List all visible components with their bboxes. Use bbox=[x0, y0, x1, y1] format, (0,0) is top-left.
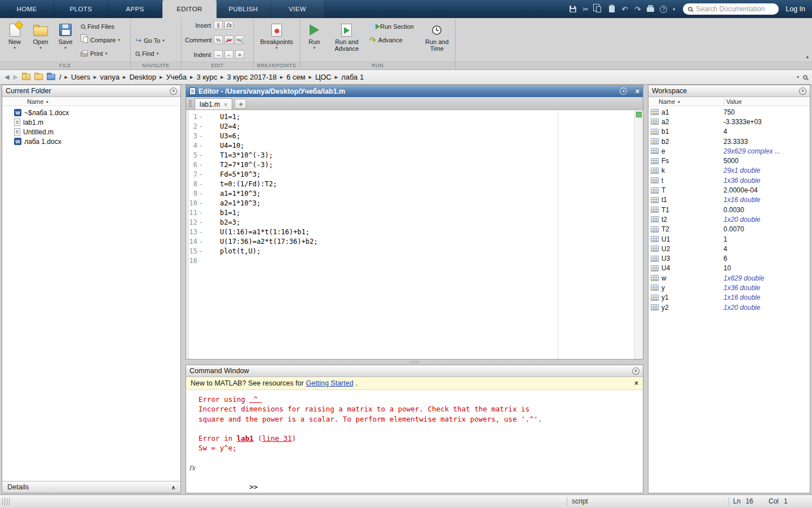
wrap-comment-icon[interactable]: %{ bbox=[235, 36, 244, 44]
getting-started-link[interactable]: Getting Started bbox=[306, 379, 354, 387]
breadcrumb-segment[interactable]: 6 сем bbox=[286, 73, 306, 81]
workspace-row[interactable]: w1x629 double bbox=[648, 273, 810, 283]
print-button[interactable]: Print ▾ bbox=[80, 49, 121, 58]
indent-right-icon[interactable]: → bbox=[214, 50, 223, 59]
workspace-row[interactable]: t11x16 double bbox=[648, 195, 810, 205]
code-line[interactable]: 7-Fd=5*10^3; bbox=[189, 170, 643, 179]
workspace-row[interactable]: T10.0030 bbox=[648, 205, 810, 214]
workspace-row[interactable]: a2-3.3333e+03 bbox=[648, 117, 810, 126]
help-icon[interactable]: ? bbox=[657, 4, 669, 15]
file-row[interactable]: Untitled.m bbox=[2, 127, 180, 137]
code-ok-indicator[interactable] bbox=[636, 112, 642, 117]
name-column-header[interactable]: Name bbox=[27, 98, 43, 105]
chevron-up-icon[interactable]: ∧ bbox=[171, 484, 175, 491]
workspace-row[interactable]: b14 bbox=[648, 127, 810, 137]
folder-search-icon[interactable] bbox=[803, 75, 807, 80]
run-section-button[interactable]: Run Section bbox=[368, 21, 417, 31]
uncomment-icon[interactable]: % bbox=[224, 36, 233, 44]
code-line[interactable]: 16 bbox=[189, 256, 643, 266]
paste-icon[interactable] bbox=[606, 4, 617, 15]
workspace-row[interactable]: y21x20 double bbox=[648, 303, 810, 312]
workspace-row[interactable]: a1750 bbox=[648, 107, 810, 117]
file-row[interactable]: W~$лаба 1.docx bbox=[2, 108, 180, 117]
error-link[interactable]: line 31 bbox=[262, 434, 292, 443]
comment-icon[interactable]: % bbox=[214, 36, 223, 44]
breadcrumb-segment[interactable]: vanya bbox=[100, 73, 120, 81]
open-button[interactable]: Open ▾ bbox=[29, 20, 52, 60]
workspace-row[interactable]: U11 bbox=[648, 234, 810, 244]
resize-grip[interactable] bbox=[2, 498, 11, 505]
workspace-row[interactable]: y11x16 double bbox=[648, 293, 810, 303]
workspace-row[interactable]: t1x36 double bbox=[648, 176, 810, 185]
file-row[interactable]: Wлаба 1.docx bbox=[2, 137, 180, 146]
smart-indent-icon[interactable]: ≡ bbox=[235, 50, 244, 59]
collapse-ribbon-icon[interactable]: ▴ bbox=[806, 54, 809, 59]
code-line[interactable]: 1-U1=1; bbox=[189, 112, 643, 122]
panel-menu-icon[interactable]: ▾ bbox=[170, 87, 177, 95]
workspace-row[interactable]: U410 bbox=[648, 264, 810, 273]
code-line[interactable]: 13-U(1:16)=a1*t(1:16)+b1; bbox=[189, 227, 643, 237]
find-files-button[interactable]: Find Files bbox=[80, 21, 121, 31]
breadcrumb-segment[interactable]: Users bbox=[71, 73, 90, 81]
tab-lab1m[interactable]: lab1.m × bbox=[195, 98, 232, 110]
browse-folder-icon[interactable] bbox=[34, 74, 43, 80]
forward-icon[interactable]: ▶ bbox=[13, 73, 17, 81]
tab-view[interactable]: VIEW bbox=[271, 0, 325, 18]
tab-apps[interactable]: APPS bbox=[108, 0, 162, 18]
code-line[interactable]: 14-U(17:36)=a2*t(17:36)+b2; bbox=[189, 237, 643, 247]
workspace-row[interactable]: b223.3333 bbox=[648, 137, 810, 146]
breadcrumb-segment[interactable]: 3 курс bbox=[196, 73, 217, 81]
workspace-row[interactable]: t21x20 double bbox=[648, 214, 810, 224]
file-row[interactable]: lab1.m bbox=[2, 117, 180, 127]
panel-menu-icon[interactable]: ▾ bbox=[799, 87, 806, 95]
indent-left-icon[interactable]: ← bbox=[224, 50, 233, 59]
workspace-row[interactable]: k29x1 double bbox=[648, 166, 810, 176]
tab-home[interactable]: HOME bbox=[0, 0, 54, 18]
code-line[interactable]: 11-b1=1; bbox=[189, 208, 643, 218]
error-link[interactable]: lab1 bbox=[237, 434, 254, 443]
new-button[interactable]: New ▾ bbox=[2, 20, 27, 60]
code-line[interactable]: 4-U4=10; bbox=[189, 141, 643, 151]
advance-button[interactable]: ↷ Advance bbox=[368, 35, 417, 45]
save-button[interactable]: Save ▾ bbox=[54, 20, 77, 60]
tab-publish[interactable]: PUBLISH bbox=[217, 0, 271, 18]
save-icon[interactable] bbox=[567, 4, 579, 15]
compare-button[interactable]: Compare ▾ bbox=[80, 35, 121, 45]
close-tab-icon[interactable]: × bbox=[224, 101, 227, 108]
workspace-row[interactable]: y1x36 double bbox=[648, 283, 810, 292]
chevron-down-icon[interactable]: ▾ bbox=[797, 75, 799, 80]
breadcrumb-segment[interactable]: Desktop bbox=[129, 73, 156, 81]
code-line[interactable]: 10-a2=1*10^3; bbox=[189, 199, 643, 208]
breakpoints-button[interactable]: Breakpoints ▾ bbox=[259, 20, 295, 60]
close-icon[interactable]: × bbox=[635, 87, 639, 95]
breadcrumb-segment[interactable]: / bbox=[59, 73, 61, 81]
name-column-header[interactable]: Name bbox=[659, 98, 675, 105]
workspace-row[interactable]: U36 bbox=[648, 253, 810, 263]
search-documentation-box[interactable]: Search Documentation bbox=[683, 3, 779, 15]
workspace-row[interactable]: U24 bbox=[648, 244, 810, 253]
code-line[interactable]: 5-T1=3*10^(-3); bbox=[189, 151, 643, 160]
details-bar[interactable]: Details ∧ bbox=[2, 481, 180, 493]
toolbar-options-icon[interactable]: ▾ bbox=[670, 4, 677, 15]
insert-section-icon[interactable]: § bbox=[214, 21, 223, 29]
value-column-header[interactable]: Value bbox=[724, 98, 742, 105]
goto-button[interactable]: ↪ Go To ▾ bbox=[134, 36, 178, 45]
workspace-row[interactable]: e29x629 complex ... bbox=[648, 146, 810, 156]
code-line[interactable]: 6-T2=7*10^(-3); bbox=[189, 160, 643, 170]
code-line[interactable]: 8-t=0:(1/Fd):T2; bbox=[189, 179, 643, 189]
login-button[interactable]: Log In bbox=[785, 5, 805, 13]
code-line[interactable]: 3-U3=6; bbox=[189, 132, 643, 141]
new-tab-button[interactable]: + bbox=[235, 99, 246, 109]
back-icon[interactable]: ◀ bbox=[5, 73, 9, 81]
command-prompt[interactable]: >> bbox=[249, 483, 258, 491]
workspace-row[interactable]: Fs5000 bbox=[648, 156, 810, 165]
tab-plots[interactable]: PLOTS bbox=[54, 0, 108, 18]
code-line[interactable]: 15-plot(t,U); bbox=[189, 247, 643, 256]
cut-icon[interactable]: ✂ bbox=[580, 4, 592, 15]
find-button[interactable]: Find ▾ bbox=[134, 49, 178, 58]
print-icon[interactable] bbox=[645, 4, 656, 15]
workspace-row[interactable]: T2.0000e-04 bbox=[648, 185, 810, 195]
code-area[interactable]: 1-U1=1;2-U2=4;3-U3=6;4-U4=10;5-T1=3*10^(… bbox=[186, 110, 643, 359]
panel-menu-icon[interactable]: ▾ bbox=[632, 367, 639, 375]
run-and-time-button[interactable]: Run and Time bbox=[421, 20, 453, 60]
